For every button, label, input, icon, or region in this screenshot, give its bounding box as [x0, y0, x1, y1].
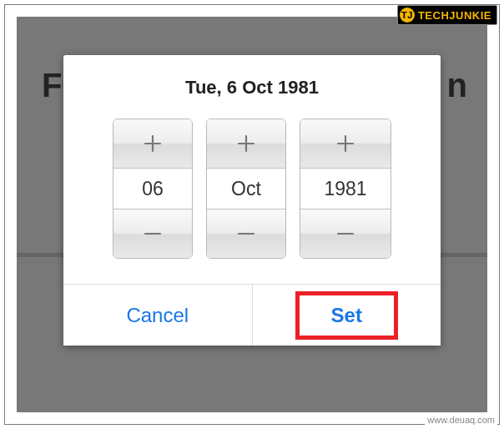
month-decrement-button[interactable] — [207, 209, 285, 258]
year-decrement-button[interactable] — [300, 209, 391, 258]
set-button-highlight: Set — [295, 291, 398, 340]
year-increment-button[interactable] — [300, 119, 391, 168]
set-button[interactable]: Set — [252, 285, 441, 346]
day-increment-button[interactable] — [113, 119, 192, 168]
cancel-button[interactable]: Cancel — [63, 285, 252, 346]
plus-icon — [141, 132, 164, 155]
watermark-source: www.deuaq.com — [425, 414, 497, 426]
background-peek-right: n — [447, 67, 467, 104]
month-value[interactable]: Oct — [207, 168, 285, 209]
techjunkie-logo-icon: TJ — [400, 8, 415, 23]
date-picker-title: Tue, 6 Oct 1981 — [63, 55, 441, 119]
date-spinners: 06 Oct 1981 — [63, 119, 441, 284]
background-peek-left: F — [42, 67, 62, 104]
plus-icon — [334, 132, 357, 155]
techjunkie-brand-text: TECHJUNKIE — [418, 9, 491, 22]
app-background: F n Tue, 6 Oct 1981 06 Oct — [17, 17, 487, 412]
day-decrement-button[interactable] — [113, 209, 192, 258]
minus-icon — [234, 222, 258, 245]
year-value[interactable]: 1981 — [300, 168, 391, 209]
month-increment-button[interactable] — [207, 119, 285, 168]
modal-actions: Cancel Set — [63, 284, 441, 346]
day-value[interactable]: 06 — [113, 168, 192, 209]
set-button-label: Set — [331, 304, 362, 326]
watermark-techjunkie: TJ TECHJUNKIE — [397, 5, 497, 25]
date-picker-modal: Tue, 6 Oct 1981 06 Oct — [63, 55, 441, 346]
minus-icon — [334, 222, 357, 245]
year-spinner: 1981 — [300, 119, 391, 259]
minus-icon — [141, 222, 164, 245]
plus-icon — [234, 132, 258, 155]
month-spinner: Oct — [206, 119, 286, 259]
day-spinner: 06 — [113, 119, 193, 259]
